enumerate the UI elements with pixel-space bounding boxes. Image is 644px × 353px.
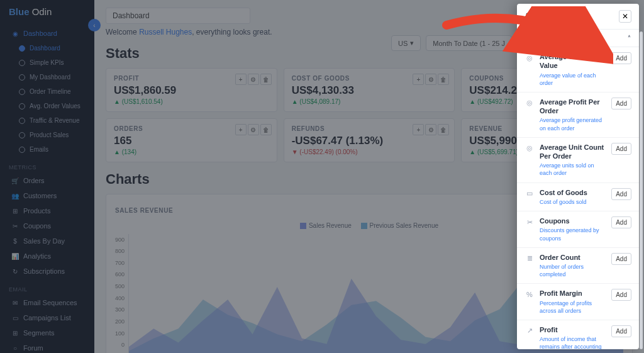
- kpi-average-unit-count-per-order: ◎Average Unit Count Per OrderAverage uni…: [517, 138, 639, 183]
- kpi-profit-margin: %Profit MarginPercentage of profits acro…: [517, 284, 639, 320]
- kpi-cost-of-goods: ▭Cost of GoodsCost of goods soldAdd: [517, 183, 639, 211]
- add-kpi-button[interactable]: Add: [611, 216, 631, 228]
- add-kpi-button[interactable]: Add: [611, 289, 631, 301]
- kpi-order-count: ≣Order CountNumber of orders completedAd…: [517, 248, 639, 284]
- kpi-icon: %: [525, 289, 535, 300]
- panel-title: Add Widget: [525, 12, 567, 21]
- panel-scrollbar[interactable]: [640, 31, 643, 349]
- kpi-icon: ◎: [525, 143, 535, 154]
- add-kpi-button[interactable]: Add: [611, 52, 631, 64]
- add-kpi-button[interactable]: Add: [611, 188, 631, 200]
- kpi-profit: ↗ProfitAmount of income that remains aft…: [517, 320, 639, 349]
- add-kpi-button[interactable]: Add: [611, 143, 631, 155]
- kpi-icon: ◎: [525, 98, 535, 108]
- panel-section-kpis[interactable]: KPIS˄: [517, 30, 639, 47]
- kpi-icon: ↗: [525, 326, 535, 336]
- kpi-icon: ✂: [525, 217, 535, 227]
- kpi-icon: ▭: [525, 189, 535, 199]
- kpi-coupons: ✂CouponsDiscounts generated by couponsAd…: [517, 211, 639, 248]
- chevron-up-icon: ˄: [628, 35, 631, 42]
- add-kpi-button[interactable]: Add: [611, 253, 631, 265]
- kpi-icon: ◎: [525, 53, 535, 63]
- add-kpi-button[interactable]: Add: [611, 325, 631, 337]
- kpi-average-profit-per-order: ◎Average Profit Per OrderAverage profit …: [517, 92, 639, 138]
- add-widget-panel: Add Widget ✕ KPIS˄ ◎Average Order ValueA…: [517, 4, 639, 349]
- close-icon[interactable]: ✕: [619, 10, 631, 23]
- kpi-icon: ≣: [525, 254, 535, 264]
- add-kpi-button[interactable]: Add: [611, 98, 631, 109]
- kpi-average-order-value: ◎Average Order ValueAverage value of eac…: [517, 47, 639, 92]
